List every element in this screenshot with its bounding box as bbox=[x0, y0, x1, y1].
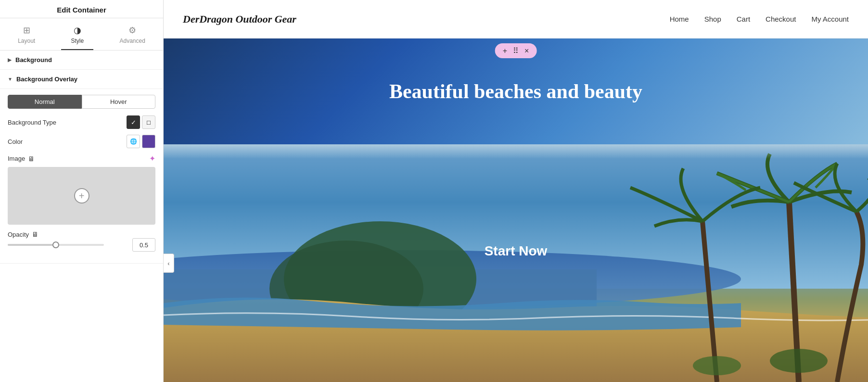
svg-point-8 bbox=[693, 356, 741, 375]
background-overlay-content: Normal Hover Background Type ✓ □ Color 🌐… bbox=[0, 89, 163, 264]
opacity-slider-fill bbox=[8, 244, 56, 246]
collapse-panel-btn[interactable]: ‹ bbox=[164, 254, 174, 273]
svg-point-1 bbox=[164, 250, 741, 308]
color-row: Color 🌐 bbox=[8, 135, 155, 148]
beach-scene-svg bbox=[164, 144, 868, 382]
image-monitor-icon: 🖥 bbox=[28, 155, 35, 163]
style-icon: ◑ bbox=[74, 25, 81, 36]
opacity-input[interactable] bbox=[132, 238, 155, 252]
background-type-label: Background Type bbox=[8, 119, 56, 126]
opacity-slider-track bbox=[8, 244, 104, 246]
toolbar-add-btn[interactable]: + bbox=[503, 47, 507, 55]
color-controls: 🌐 bbox=[127, 135, 155, 148]
image-row: Image 🖥 ✦ bbox=[8, 154, 155, 163]
color-globe-btn[interactable]: 🌐 bbox=[127, 135, 140, 148]
opacity-slider-thumb[interactable] bbox=[52, 242, 59, 248]
image-upload-plus: + bbox=[74, 188, 89, 204]
beach-bg: Start Now bbox=[164, 144, 868, 382]
left-panel: Edit Container ⊞ Layout ◑ Style ⚙ Advanc… bbox=[0, 0, 164, 382]
image-label-group: Image 🖥 bbox=[8, 155, 35, 163]
background-arrow: ▶ bbox=[8, 57, 12, 63]
beach-section: Start Now ‹ bbox=[164, 144, 868, 382]
background-type-controls: ✓ □ bbox=[127, 115, 155, 129]
beach-overlay bbox=[164, 144, 868, 183]
panel-header: Edit Container bbox=[0, 0, 163, 18]
bg-type-solid-btn[interactable]: ✓ bbox=[127, 115, 140, 129]
hero-title: Beautiful beaches and beauty bbox=[389, 80, 642, 103]
nav-home[interactable]: Home bbox=[670, 15, 689, 23]
image-magic-btn[interactable]: ✦ bbox=[149, 154, 155, 163]
site-nav: DerDragon Outdoor Gear Home Shop Cart Ch… bbox=[164, 0, 868, 38]
tab-style[interactable]: ◑ Style bbox=[61, 22, 93, 50]
site-logo: DerDragon Outdoor Gear bbox=[183, 13, 296, 25]
tab-style-label: Style bbox=[71, 38, 84, 44]
opacity-label-text: Opacity bbox=[8, 231, 29, 238]
image-label-text: Image bbox=[8, 155, 25, 162]
background-overlay-section-header[interactable]: ▼ Background Overlay bbox=[0, 70, 163, 89]
background-type-row: Background Type ✓ □ bbox=[8, 115, 155, 129]
toolbar-close-btn[interactable]: × bbox=[524, 47, 529, 55]
normal-hover-tabs: Normal Hover bbox=[8, 95, 155, 109]
bg-type-gradient-btn[interactable]: □ bbox=[142, 115, 155, 129]
panel-title: Edit Container bbox=[8, 6, 155, 14]
svg-rect-2 bbox=[164, 269, 597, 318]
opacity-monitor-icon: 🖥 bbox=[32, 230, 38, 238]
background-overlay-label: Background Overlay bbox=[16, 76, 77, 83]
image-upload-area[interactable]: + bbox=[8, 167, 155, 225]
background-label: Background bbox=[15, 56, 52, 64]
toolbar-drag-btn[interactable]: ⠿ bbox=[513, 46, 519, 55]
opacity-label-row: Opacity 🖥 bbox=[8, 230, 155, 238]
right-area: DerDragon Outdoor Gear Home Shop Cart Ch… bbox=[164, 0, 868, 382]
svg-line-5 bbox=[789, 202, 799, 382]
tab-layout[interactable]: ⊞ Layout bbox=[8, 22, 45, 50]
hover-tab[interactable]: Hover bbox=[82, 95, 156, 109]
nav-cart[interactable]: Cart bbox=[737, 15, 750, 23]
layout-icon: ⊞ bbox=[23, 25, 30, 36]
background-section-header[interactable]: ▶ Background bbox=[0, 51, 163, 70]
nav-my-account[interactable]: My Account bbox=[811, 15, 849, 23]
normal-tab[interactable]: Normal bbox=[8, 95, 82, 109]
nav-shop[interactable]: Shop bbox=[704, 15, 721, 23]
opacity-controls-row bbox=[8, 238, 155, 252]
tabs-row: ⊞ Layout ◑ Style ⚙ Advanced bbox=[0, 18, 163, 51]
nav-links: Home Shop Cart Checkout My Account bbox=[670, 15, 849, 23]
svg-point-7 bbox=[770, 349, 828, 373]
tab-layout-label: Layout bbox=[18, 38, 35, 44]
svg-line-6 bbox=[702, 221, 717, 382]
floating-toolbar: + ⠿ × bbox=[495, 43, 537, 58]
color-label: Color bbox=[8, 138, 23, 145]
nav-checkout[interactable]: Checkout bbox=[766, 15, 796, 23]
svg-point-3 bbox=[284, 221, 476, 337]
opacity-label-group: Opacity 🖥 bbox=[8, 230, 38, 238]
svg-point-4 bbox=[269, 241, 423, 337]
color-swatch[interactable] bbox=[142, 135, 155, 148]
svg-rect-0 bbox=[164, 144, 868, 289]
tab-advanced[interactable]: ⚙ Advanced bbox=[110, 22, 154, 50]
svg-rect-9 bbox=[164, 144, 868, 192]
beach-cta: Start Now bbox=[485, 243, 548, 259]
advanced-icon: ⚙ bbox=[128, 25, 136, 36]
opacity-slider-container[interactable] bbox=[8, 240, 104, 250]
background-overlay-arrow: ▼ bbox=[8, 76, 13, 82]
tab-advanced-label: Advanced bbox=[119, 38, 145, 44]
